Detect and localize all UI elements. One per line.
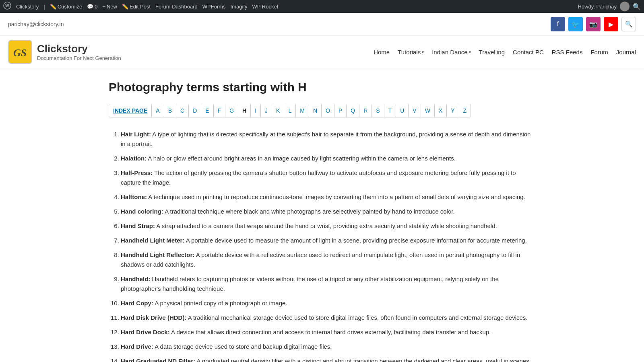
term-name: Hard Copy: bbox=[121, 300, 153, 306]
plus-icon: + bbox=[102, 4, 105, 10]
indian-dance-arrow-icon: ▾ bbox=[469, 50, 471, 54]
youtube-icon: ▶ bbox=[609, 21, 613, 28]
search-icon-bar[interactable]: 🔍 bbox=[621, 17, 636, 31]
alpha-letter-K[interactable]: K bbox=[272, 104, 284, 117]
list-item: Handheld: Handheld refers to capturing p… bbox=[121, 274, 535, 294]
list-item: Handheld Light Meter: A portable device … bbox=[121, 236, 535, 245]
nav-home[interactable]: Home bbox=[374, 49, 390, 56]
term-name: Hard Drive: bbox=[121, 343, 153, 350]
nav-indian-dance[interactable]: Indian Dance ▾ bbox=[432, 49, 471, 56]
alpha-letter-J[interactable]: J bbox=[261, 104, 272, 117]
alpha-letter-C[interactable]: C bbox=[176, 104, 189, 117]
list-item: Hard Copy: A physical printed copy of a … bbox=[121, 298, 535, 308]
list-item: Hard Drive: A data storage device used t… bbox=[121, 342, 535, 352]
alpha-letter-Q[interactable]: Q bbox=[347, 104, 359, 117]
howdy-text: Howdy, Parichay bbox=[578, 4, 617, 10]
nav-travelling[interactable]: Travelling bbox=[479, 49, 505, 56]
term-name: Halation: bbox=[121, 155, 147, 162]
site-logo: GS bbox=[8, 40, 32, 64]
term-name: Hard Drive Dock: bbox=[121, 329, 170, 335]
alpha-letter-H[interactable]: H bbox=[238, 104, 251, 117]
nav-rss[interactable]: RSS Feeds bbox=[552, 49, 583, 56]
page-content: Photography terms starting with H INDEX … bbox=[101, 68, 543, 362]
alpha-letter-S[interactable]: S bbox=[372, 104, 384, 117]
term-definition: A device that allows direct connection a… bbox=[171, 329, 491, 335]
alpha-letter-D[interactable]: D bbox=[189, 104, 201, 117]
alpha-letter-R[interactable]: R bbox=[359, 104, 372, 117]
alpha-letter-O[interactable]: O bbox=[322, 104, 334, 117]
list-item: Half-Press: The action of gently pressin… bbox=[121, 168, 535, 187]
alpha-letter-E[interactable]: E bbox=[201, 104, 213, 117]
alphabet-nav: INDEX PAGEABCDEFGHIJKLMNOPQRSTUVWXYZ bbox=[109, 104, 471, 117]
list-item: Hard Drive Dock: A device that allows di… bbox=[121, 327, 535, 337]
admin-new-link[interactable]: + New bbox=[102, 4, 117, 10]
alpha-letter-N[interactable]: N bbox=[309, 104, 322, 117]
admin-bar: W Clickstory | ✏️ Customize 💬 0 + New ✏️… bbox=[0, 0, 644, 13]
term-name: Hard Disk Drive (HDD): bbox=[121, 314, 186, 321]
search-icon-admin[interactable]: 🔍 bbox=[633, 3, 641, 10]
admin-edit-post-link[interactable]: ✏️ Edit Post bbox=[122, 4, 151, 10]
tutorials-arrow-icon: ▾ bbox=[422, 50, 424, 54]
admin-forum-link[interactable]: Forum Dashboard bbox=[155, 4, 198, 10]
alpha-letter-I[interactable]: I bbox=[251, 104, 261, 117]
alpha-letter-L[interactable]: L bbox=[284, 104, 296, 117]
wordpress-icon: W bbox=[3, 2, 11, 10]
alpha-letter-B[interactable]: B bbox=[164, 104, 176, 117]
instagram-button[interactable]: 📷 bbox=[586, 17, 601, 31]
list-item: Hair Light: A type of lighting that is d… bbox=[121, 130, 535, 149]
twitter-button[interactable]: 🐦 bbox=[568, 17, 583, 31]
alpha-letter-A[interactable]: A bbox=[152, 104, 164, 117]
facebook-button[interactable]: f bbox=[551, 17, 565, 31]
svg-text:W: W bbox=[5, 4, 9, 8]
nav-journal[interactable]: Journal bbox=[616, 49, 636, 56]
term-name: Hand coloring: bbox=[121, 208, 163, 215]
term-definition: A traditional technique where black and … bbox=[165, 208, 454, 215]
alpha-letter-X[interactable]: X bbox=[435, 104, 447, 117]
nav-forum[interactable]: Forum bbox=[590, 49, 608, 56]
alpha-letter-P[interactable]: P bbox=[334, 104, 347, 117]
term-definition: A data storage device used to store and … bbox=[155, 343, 332, 350]
alpha-letter-Z[interactable]: Z bbox=[459, 104, 471, 117]
instagram-icon: 📷 bbox=[589, 21, 597, 28]
email-bar: parichay@clickstory.in f 🐦 📷 ▶ 🔍 bbox=[0, 13, 644, 36]
svg-text:GS: GS bbox=[13, 47, 27, 59]
pencil-icon: ✏️ bbox=[50, 4, 56, 10]
youtube-button[interactable]: ▶ bbox=[604, 17, 618, 31]
alpha-letter-Y[interactable]: Y bbox=[447, 104, 459, 117]
logo-svg: GS bbox=[10, 42, 30, 62]
admin-comments-link[interactable]: 💬 0 bbox=[87, 4, 97, 10]
alpha-index-page[interactable]: INDEX PAGE bbox=[109, 104, 152, 117]
main-nav: Home Tutorials ▾ Indian Dance ▾ Travelli… bbox=[374, 49, 636, 56]
brand-logo-area[interactable]: GS Clickstory Documentation For Next Gen… bbox=[8, 40, 121, 64]
edit-icon: ✏️ bbox=[122, 4, 128, 10]
alpha-letter-M[interactable]: M bbox=[296, 104, 309, 117]
nav-contact[interactable]: Contact PC bbox=[513, 49, 544, 56]
alpha-letter-F[interactable]: F bbox=[214, 104, 226, 117]
term-name: Hair Light: bbox=[121, 131, 151, 138]
alpha-letter-T[interactable]: T bbox=[384, 104, 396, 117]
term-definition: The action of gently pressing the camera… bbox=[121, 169, 516, 186]
list-item: Hand Strap: A strap attached to a camera… bbox=[121, 221, 535, 231]
admin-customize-link[interactable]: ✏️ Customize bbox=[50, 4, 82, 10]
wp-logo-icon[interactable]: W bbox=[3, 2, 11, 12]
site-tagline: Documentation For Next Generation bbox=[37, 55, 121, 61]
admin-clickstory-link[interactable]: Clickstory bbox=[16, 4, 39, 10]
brand-text: Clickstory Documentation For Next Genera… bbox=[37, 43, 121, 61]
alpha-letter-U[interactable]: U bbox=[396, 104, 409, 117]
alpha-letter-W[interactable]: W bbox=[421, 104, 435, 117]
admin-wpforms-link[interactable]: WPForms bbox=[202, 4, 226, 10]
alpha-letter-G[interactable]: G bbox=[225, 104, 238, 117]
admin-wprocket-link[interactable]: WP Rocket bbox=[252, 4, 279, 10]
term-name: Handheld: bbox=[121, 276, 150, 282]
term-definition: A physical printed copy of a photograph … bbox=[155, 300, 287, 306]
alpha-letter-V[interactable]: V bbox=[409, 104, 421, 117]
list-item: Hard Disk Drive (HDD): A traditional mec… bbox=[121, 313, 535, 323]
facebook-icon: f bbox=[557, 21, 559, 28]
term-name: Half-Press: bbox=[121, 169, 153, 176]
magnify-icon: 🔍 bbox=[625, 21, 633, 28]
social-icons: f 🐦 📷 ▶ 🔍 bbox=[551, 17, 636, 31]
term-name: Halftone: bbox=[121, 193, 147, 200]
nav-tutorials[interactable]: Tutorials ▾ bbox=[398, 49, 424, 56]
user-avatar[interactable] bbox=[620, 2, 630, 11]
admin-imagify-link[interactable]: Imagify bbox=[231, 4, 248, 10]
